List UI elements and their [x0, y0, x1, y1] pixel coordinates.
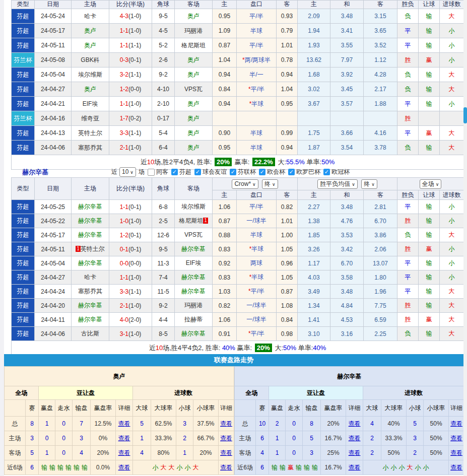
odds-source-select[interactable]: Crow*∨ — [232, 179, 258, 189]
away-team-cell[interactable]: 奥卢 — [175, 111, 213, 126]
home-team-cell[interactable]: 赫尔辛基 — [72, 313, 109, 327]
home-team-cell[interactable]: 赫尔辛基 — [72, 299, 109, 313]
away-team-cell[interactable]: 奥卢 — [175, 141, 213, 155]
oulu-trend-title: 奥卢 — [5, 367, 234, 386]
detail-link[interactable]: 查看 — [346, 431, 363, 446]
home-team-cell[interactable]: 古比斯 — [72, 327, 109, 341]
detail-link[interactable]: 查看 — [116, 417, 133, 431]
away-team-cell[interactable]: EIF埃 — [175, 256, 213, 270]
away-team-cell[interactable]: 赫尔辛基 — [175, 327, 213, 341]
handicap-result-cell: 输 — [419, 228, 440, 242]
away-team-cell[interactable]: 玛丽港 — [175, 299, 213, 313]
recent-label: 近 — [111, 167, 117, 177]
match-row: 芬超24-05-25赫尔辛基1-1(0-1)6-8埃尔维斯1.06平/半0.82… — [12, 200, 464, 214]
away-team-cell[interactable]: 玛丽港 — [175, 24, 213, 38]
away-team-cell[interactable]: 格尼斯坦 — [175, 38, 213, 53]
home-team-cell[interactable]: 1英特土尔 — [72, 242, 109, 256]
away-team-cell[interactable]: 格尼斯坦1 — [175, 214, 213, 228]
home-team-cell[interactable]: 哈卡 — [72, 270, 109, 285]
home-team-cell[interactable]: 英特土尔 — [72, 126, 109, 141]
home-team-cell[interactable]: EIF埃 — [72, 97, 109, 111]
league-checkbox-4[interactable]: ✓ — [288, 169, 295, 175]
euro-home-odds-cell: 1.68 — [298, 67, 330, 82]
detail-link[interactable]: 查看 — [219, 446, 234, 460]
scrollbar-thumb[interactable] — [463, 107, 467, 123]
small-count: 1 — [176, 446, 193, 460]
away-team-cell[interactable]: 奥卢 — [175, 97, 213, 111]
score-cell: 1-2(0-0) — [109, 82, 152, 97]
ah-home-odds-cell: 1.03 — [213, 285, 237, 299]
match-row: 芬兰杯24-04-16维奇亚1-7(0-2)0-17奥卢胜 — [12, 111, 464, 126]
detail-link[interactable]: 查看 — [346, 417, 363, 431]
page-scrollbar[interactable] — [463, 0, 467, 476]
recent-count-select[interactable]: 10∨ — [119, 167, 136, 177]
detail-link[interactable]: 查看 — [449, 431, 464, 446]
euro-draw-odds-cell: 4.76 — [330, 214, 364, 228]
away-team-cell[interactable]: 赫尔辛基 — [175, 285, 213, 299]
home-team-cell[interactable]: 赫尔辛基 — [72, 228, 109, 242]
detail-link[interactable]: 查看 — [449, 417, 464, 431]
euro-home-odds-cell: 1.87 — [298, 141, 330, 155]
detail-link[interactable]: 查看 — [219, 417, 234, 431]
recent-trend-row: 近6场6输输输输输输0.0%查看小大大小小大查看 — [5, 460, 234, 475]
league-checkbox-0[interactable]: ✓ — [171, 169, 178, 175]
home-team-cell[interactable]: 维奇亚 — [72, 111, 109, 126]
league-checkbox-3[interactable]: ✓ — [259, 169, 265, 175]
home-team-cell[interactable]: 奥卢 — [72, 38, 109, 53]
result-cell: 胜 — [397, 214, 419, 228]
league-checkbox-1[interactable]: ✓ — [194, 169, 201, 175]
home-team-cell[interactable]: GBK科 — [72, 53, 109, 67]
home-team-cell[interactable]: 塞那乔其 — [72, 285, 109, 299]
detail-link[interactable]: 查看 — [346, 446, 363, 460]
date-cell: 24-05-11 — [35, 242, 72, 256]
scope-select[interactable]: 全场∨ — [420, 179, 442, 189]
detail-link[interactable]: 查看 — [449, 460, 464, 475]
detail-link[interactable]: 查看 — [449, 446, 464, 460]
away-team-cell[interactable]: 奥卢 — [175, 53, 213, 67]
away-team-cell[interactable]: 拉赫蒂 — [175, 313, 213, 327]
away-team-cell[interactable]: 奥卢 — [175, 126, 213, 141]
score-cell: 4-3(1-0) — [109, 9, 152, 24]
detail-link[interactable]: 查看 — [116, 446, 133, 460]
home-team-cell[interactable]: 哈卡 — [72, 9, 109, 24]
score-cell: 4-0(2-0) — [109, 313, 152, 327]
col-header-type: 类型 — [12, 1, 35, 9]
score-cell: 1-7(0-2) — [109, 111, 152, 126]
league-cell: 芬超 — [12, 82, 35, 97]
league-checkbox-5[interactable]: ✓ — [323, 169, 330, 175]
detail-link[interactable]: 查看 — [346, 460, 363, 475]
detail-link[interactable]: 查看 — [219, 460, 234, 475]
group-header-row: 全场 亚让盘 进球数 — [5, 386, 234, 400]
same-opponent-checkbox[interactable] — [148, 169, 155, 176]
result-cell: 胜 — [397, 53, 419, 67]
detail-link[interactable]: 查看 — [116, 460, 133, 475]
euro-source-select[interactable]: 胜平负均值∨ — [317, 179, 358, 189]
trend-section: 奥卢 全场 亚让盘 进球数 赛 赢盘 走水 输盘 赢盘率 详细 大球 大球率 小… — [4, 366, 463, 475]
col-header-away: 客场 — [175, 178, 213, 200]
away-team-cell[interactable]: 赫尔辛基 — [175, 270, 213, 285]
league-cell: 芬超 — [12, 97, 35, 111]
away-team-cell[interactable]: 奥卢 — [175, 9, 213, 24]
home-team-cell[interactable]: 塞那乔其 — [72, 141, 109, 155]
euro-time-select[interactable]: 终∨ — [361, 179, 377, 189]
away-team-cell[interactable]: 埃尔维斯 — [175, 200, 213, 214]
odds-time-select[interactable]: 终∨ — [262, 179, 278, 189]
away-team-cell[interactable]: VPS瓦 — [175, 82, 213, 97]
home-team-cell[interactable]: 赫尔辛基 — [72, 256, 109, 270]
row-label: 总 — [5, 417, 26, 431]
home-team-cell[interactable]: 埃尔维斯 — [72, 67, 109, 82]
big-count: 2 — [363, 431, 381, 446]
away-team-cell[interactable]: 赫尔辛基 — [175, 242, 213, 256]
detail-link[interactable]: 查看 — [219, 431, 234, 446]
away-team-cell[interactable]: VPS瓦 — [175, 228, 213, 242]
away-team-cell[interactable]: 奥卢 — [175, 67, 213, 82]
home-team-cell[interactable]: 赫尔辛基 — [72, 214, 109, 228]
league-checkbox-2[interactable]: ✓ — [230, 169, 236, 175]
corners-cell: 7-4 — [152, 270, 175, 285]
helsinki-team-link[interactable]: 赫尔辛基 — [22, 167, 48, 177]
home-team-cell[interactable]: 奥卢 — [72, 24, 109, 38]
euro-draw-odds-cell: 3.58 — [330, 270, 364, 285]
detail-link[interactable]: 查看 — [116, 431, 133, 446]
home-team-cell[interactable]: 赫尔辛基 — [72, 200, 109, 214]
home-team-cell[interactable]: 奥卢 — [72, 82, 109, 97]
